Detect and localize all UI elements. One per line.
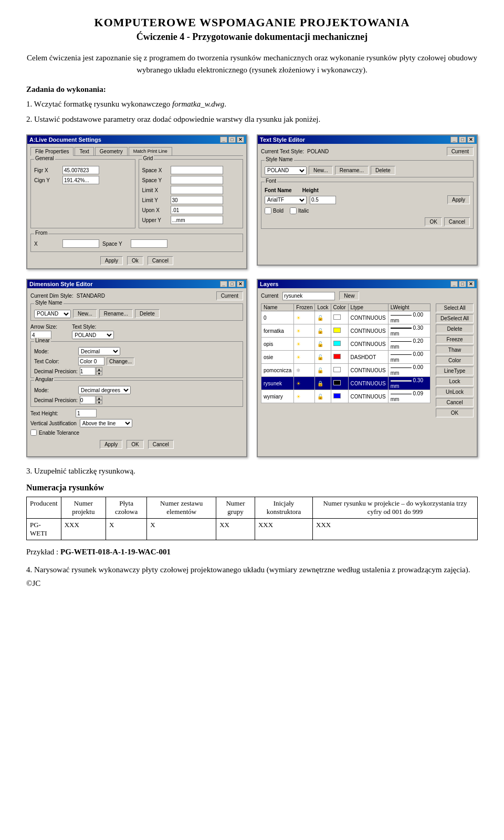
style-name-select[interactable]: POLAND	[265, 166, 307, 175]
maximize-btn[interactable]: □	[228, 136, 236, 143]
deselect-all-btn[interactable]: DeSelect All	[436, 314, 474, 323]
dec-prec-up[interactable]: ▲	[96, 367, 102, 371]
layers-dialog: Layers _ □ ✕ Current New	[257, 279, 478, 457]
dim-delete-btn[interactable]: Delete	[135, 309, 160, 318]
dim-new-btn[interactable]: New...	[73, 309, 97, 318]
text-height-input[interactable]	[76, 409, 97, 417]
spacey-input[interactable]	[171, 176, 223, 184]
minimize-btn[interactable]: _	[220, 136, 227, 143]
cigry-input[interactable]	[62, 176, 99, 184]
ok-layer-btn[interactable]: OK	[436, 408, 474, 417]
col-ltype: Ltype	[348, 304, 388, 311]
dim-rename-btn[interactable]: Rename...	[99, 309, 133, 318]
ts-ok-btn[interactable]: OK	[425, 217, 442, 226]
ly-minimize-btn[interactable]: _	[450, 281, 458, 287]
ts-cancel-btn[interactable]: Cancel	[444, 217, 470, 226]
ang-dec-down[interactable]: ▼	[96, 400, 102, 404]
italic-checkbox[interactable]	[290, 207, 297, 214]
current-layer-label: Current	[261, 293, 278, 299]
frozen-icon: ☀	[296, 394, 301, 400]
text-color-input[interactable]	[78, 357, 104, 365]
unlock-btn[interactable]: UnLock	[436, 387, 474, 396]
ts-maximize-btn[interactable]: □	[459, 136, 466, 143]
limitx-input[interactable]	[171, 186, 223, 194]
ds-close-btn[interactable]: ✕	[237, 281, 244, 287]
dim-ok-btn[interactable]: OK	[127, 440, 143, 449]
cancel-btn[interactable]: Cancel	[148, 256, 173, 265]
new-layer-btn[interactable]: New	[339, 291, 359, 300]
ds-minimize-btn[interactable]: _	[220, 281, 227, 287]
table-row[interactable]: opis ☀ 🔓 CONTINUOUS 0.20 mm	[261, 338, 430, 351]
ly-maximize-btn[interactable]: □	[459, 281, 466, 287]
ang-dec-up[interactable]: ▲	[96, 396, 102, 400]
table-row[interactable]: pomocnicza ❄ 🔓 CONTINUOUS 0.00 mm	[261, 364, 430, 377]
table-row[interactable]: 0 ☀ 🔓 CONTINUOUS 0.00 mm	[261, 311, 430, 324]
text-height-label: Text Height:	[30, 411, 72, 416]
dec-prec-down[interactable]: ▼	[96, 371, 102, 375]
current-dim-btn[interactable]: Current	[216, 291, 243, 300]
ds-maximize-btn[interactable]: □	[228, 281, 236, 287]
ts-close-btn[interactable]: ✕	[467, 136, 475, 143]
dim-apply-btn[interactable]: Apply	[100, 440, 122, 449]
uponx-input[interactable]	[171, 206, 223, 214]
arrow-size-label: Arrow Size:	[30, 324, 57, 330]
font-group-label: Font	[265, 178, 277, 184]
linetype-btn[interactable]: LineType	[436, 366, 474, 375]
dim-style-select[interactable]: POLAND	[34, 310, 71, 318]
bold-checkbox[interactable]	[265, 207, 271, 214]
delete-style-btn[interactable]: Delete	[371, 166, 395, 175]
dim-cancel-btn[interactable]: Cancel	[148, 440, 174, 449]
text-style-dim-select[interactable]: POLAND	[72, 331, 114, 339]
tab-match[interactable]: Match Print Line	[129, 147, 172, 155]
cell-producent: PG-WETI	[27, 519, 61, 540]
enable-tol-checkbox[interactable]	[30, 429, 37, 436]
ang-dec-prec-input[interactable]	[80, 396, 96, 404]
spacex-input[interactable]	[171, 166, 223, 174]
current-style-label: Current Text Style:	[261, 149, 304, 154]
tab-file-properties[interactable]: File Properties	[30, 147, 74, 156]
freeze-btn[interactable]: Freeze	[436, 335, 474, 344]
ly-close-btn[interactable]: ✕	[467, 281, 475, 287]
current-layer-input[interactable]	[282, 292, 335, 300]
mode-select[interactable]: Decimal	[78, 347, 120, 355]
dec-prec-input[interactable]	[80, 367, 96, 375]
limity-input[interactable]	[171, 196, 223, 204]
tab-text[interactable]: Text	[75, 147, 93, 155]
table-row[interactable]: osie ☀ 🔓 DASHDOT 0.00 mm	[261, 351, 430, 364]
thaw-btn[interactable]: Thaw	[436, 345, 474, 354]
delete-layer-btn[interactable]: Delete	[436, 324, 474, 333]
mode-label: Mode:	[34, 349, 76, 354]
vert-just-select[interactable]: Above the line	[80, 419, 132, 427]
enable-tol-label: Enable Tolerance	[39, 430, 79, 436]
rename-style-btn[interactable]: Rename...	[335, 166, 369, 175]
close-btn[interactable]: ✕	[237, 136, 244, 143]
ok-btn[interactable]: Ok	[127, 256, 143, 265]
apply-btn[interactable]: Apply	[100, 256, 123, 265]
select-all-btn[interactable]: Select All	[436, 303, 474, 312]
color-btn[interactable]: Color	[436, 356, 474, 365]
font-height-input[interactable]	[310, 196, 336, 204]
fromspacey-label: Space Y	[102, 241, 129, 247]
vert-just-label: Vertical Justification	[30, 421, 77, 426]
zadania-title: Zadania do wykonania:	[26, 85, 478, 94]
example-text: Przykład : PG-WETI-018-A-1-19-WAC-001	[26, 548, 478, 556]
table-row[interactable]: rysunek ☀ 🔒 CONTINUOUS 0.30 mm	[261, 377, 430, 390]
uppery-input[interactable]	[171, 216, 223, 224]
new-style-btn[interactable]: New...	[309, 166, 333, 175]
current-style-btn[interactable]: Current	[447, 147, 474, 156]
ts-minimize-btn[interactable]: _	[450, 136, 458, 143]
table-row[interactable]: formatka ☀ 🔓 CONTINUOUS 0.30 mm	[261, 324, 430, 338]
current-dim-value: STANDARD	[77, 293, 105, 299]
ang-mode-select[interactable]: Decimal degrees	[78, 386, 131, 394]
angular-group-label: Angular	[34, 376, 54, 382]
fromx-input[interactable]	[62, 239, 99, 248]
cancel-layer-btn[interactable]: Cancel	[436, 398, 474, 407]
lock-btn[interactable]: Lock	[436, 377, 474, 386]
font-apply-btn[interactable]: Apply	[447, 195, 470, 204]
tab-geometry[interactable]: Geometry	[95, 147, 128, 155]
table-row[interactable]: wymiary ☀ 🔓 CONTINUOUS 0.09 mm	[261, 390, 430, 403]
text-color-btn[interactable]: Change...	[107, 358, 134, 365]
figrx-input[interactable]	[62, 166, 99, 174]
fromspacey-input[interactable]	[131, 239, 167, 248]
font-name-select[interactable]: ArialTF	[265, 196, 307, 204]
